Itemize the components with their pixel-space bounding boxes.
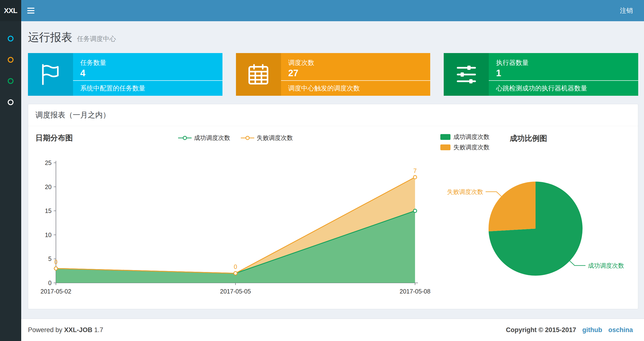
panel-title: 调度报表（一月之内） — [28, 104, 638, 126]
logout-link[interactable]: 注销 — [620, 7, 633, 14]
sidebar-item-report[interactable] — [0, 28, 21, 49]
page-footer: Powered by XXL-JOB 1.7 Copyright © 2015-… — [21, 318, 644, 341]
summary-boxes: 任务数量 4 系统中配置的任务数量 调度次数 27 调度中心触发的调度次数 — [28, 53, 638, 96]
svg-text:25: 25 — [45, 159, 52, 166]
legend-item[interactable]: 失败调度次数 — [241, 134, 293, 142]
pie-svg: 成功调度次数失败调度次数 — [440, 153, 631, 302]
svg-text:5: 5 — [48, 255, 52, 262]
content-area: 运行报表 任务调度中心 任务数量 4 系统中配置的任务数量 — [21, 21, 644, 318]
sliders-icon — [444, 53, 489, 96]
sidebar-toggle-icon[interactable] — [21, 0, 40, 21]
box-desc: 调度中心触发的调度次数 — [281, 80, 430, 96]
page-header: 运行报表 任务调度中心 — [28, 30, 637, 45]
success-ratio-chart: 成功调度次数失败调度次数 成功比例图 成功调度次数失败调度次数 — [440, 133, 631, 302]
circle-icon — [8, 78, 14, 84]
page-subtitle: 任务调度中心 — [77, 35, 116, 43]
powered-by-prefix: Powered by — [28, 326, 62, 333]
github-link[interactable]: github — [582, 326, 602, 333]
pie-chart-title: 成功比例图 — [510, 133, 547, 144]
app-logo[interactable]: XXL — [0, 0, 21, 21]
box-value: 4 — [73, 67, 222, 78]
executor-count-box: 执行器数量 1 心跳检测成功的执行器机器数量 — [444, 53, 638, 96]
sidebar-menu — [0, 21, 21, 113]
top-navbar: 注销 — [21, 0, 644, 21]
circle-icon — [8, 57, 14, 63]
svg-text:2017-05-02: 2017-05-02 — [40, 288, 71, 295]
flag-icon — [28, 53, 73, 96]
box-title: 执行器数量 — [489, 58, 638, 67]
copyright: Copyright © 2015-2017 github oschina — [506, 326, 633, 334]
svg-text:失败调度次数: 失败调度次数 — [447, 188, 483, 195]
circle-icon — [8, 36, 14, 42]
job-count-box: 任务数量 4 系统中配置的任务数量 — [28, 53, 222, 96]
date-distribution-chart: 日期分布图 成功调度次数失败调度次数 05101520252017-05-022… — [36, 133, 436, 302]
product-name: XXL-JOB — [64, 326, 92, 333]
pie-chart-legend: 成功调度次数失败调度次数 — [440, 133, 490, 151]
calendar-icon — [236, 53, 281, 96]
sidebar-item-logs[interactable] — [0, 70, 21, 92]
legend-item[interactable]: 成功调度次数 — [178, 134, 230, 142]
legend-item[interactable]: 成功调度次数 — [440, 133, 490, 141]
svg-text:7: 7 — [413, 167, 417, 174]
box-desc: 系统中配置的任务数量 — [73, 80, 222, 96]
svg-text:0: 0 — [54, 258, 58, 265]
sidebar-item-jobs[interactable] — [0, 49, 21, 70]
copyright-text: Copyright © 2015-2017 — [506, 326, 576, 333]
svg-text:0: 0 — [48, 279, 52, 286]
powered-by: Powered by XXL-JOB 1.7 — [28, 326, 103, 334]
svg-text:0: 0 — [234, 263, 237, 270]
svg-text:2017-05-05: 2017-05-05 — [220, 288, 251, 295]
sidebar-item-executors[interactable] — [0, 92, 21, 113]
legend-item[interactable]: 失败调度次数 — [440, 143, 490, 151]
product-version: 1.7 — [94, 326, 104, 333]
box-title: 调度次数 — [281, 58, 430, 67]
line-chart-legend: 成功调度次数失败调度次数 — [36, 134, 436, 142]
oschina-link[interactable]: oschina — [608, 326, 633, 333]
report-panel: 调度报表（一月之内） 日期分布图 成功调度次数失败调度次数 0510152025… — [28, 104, 638, 309]
page-title: 运行报表 — [28, 31, 72, 44]
svg-text:15: 15 — [45, 207, 52, 214]
sidebar: XXL — [0, 0, 21, 341]
box-value: 27 — [281, 67, 430, 78]
svg-text:2017-05-08: 2017-05-08 — [400, 288, 430, 295]
stacked-area-chart: 05101520252017-05-022017-05-052017-05-08… — [36, 148, 436, 302]
svg-text:成功调度次数: 成功调度次数 — [588, 262, 624, 269]
trigger-count-box: 调度次数 27 调度中心触发的调度次数 — [236, 53, 430, 96]
box-desc: 心跳检测成功的执行器机器数量 — [489, 80, 638, 96]
svg-text:10: 10 — [45, 231, 52, 238]
svg-text:20: 20 — [45, 184, 52, 190]
box-value: 1 — [489, 67, 638, 78]
circle-icon — [8, 99, 14, 105]
box-title: 任务数量 — [73, 58, 222, 67]
